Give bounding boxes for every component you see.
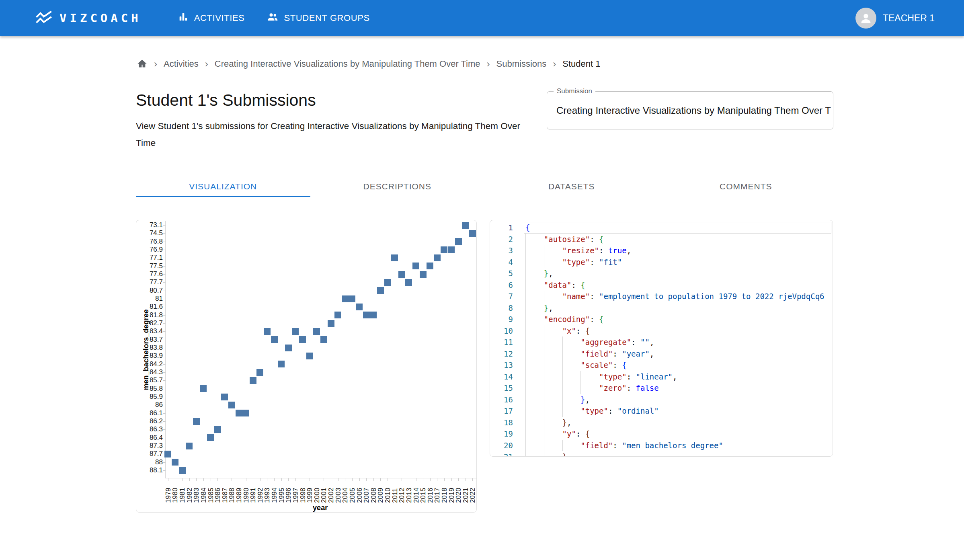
line-number: 16 (490, 394, 513, 406)
chart-point (427, 263, 433, 269)
x-axis-tick (267, 478, 267, 481)
code-token-b1: { (580, 281, 585, 289)
y-axis-tick (163, 282, 166, 283)
submission-select[interactable]: Submission Creating Interactive Visualiz… (547, 91, 833, 129)
code-token-punc: , (585, 395, 590, 404)
line-number: 1 (490, 222, 513, 234)
indent-guide (580, 382, 599, 394)
chart-point (412, 263, 419, 269)
code-token-punc: : (590, 258, 599, 267)
breadcrumb-link-submissions[interactable]: Submissions (496, 59, 547, 69)
tab-visualization[interactable]: VISUALIZATION (136, 176, 310, 197)
indent-guide (525, 268, 544, 279)
indent-guide (544, 336, 562, 348)
code-editor[interactable]: 1{2 "autosize": {3 "resize": true,4 "typ… (490, 220, 833, 456)
nav-item-student-groups[interactable]: STUDENT GROUPS (267, 11, 369, 25)
code-token-key: "y" (562, 429, 576, 438)
indent-guide (525, 405, 544, 417)
chart-point (221, 394, 228, 400)
people-group-icon (267, 11, 279, 25)
chart-point (164, 451, 171, 457)
code-token-key: "type" (599, 372, 627, 381)
code-token-key: "x" (562, 326, 576, 335)
y-axis-label: 87.7 (139, 450, 163, 458)
x-axis-tick (331, 478, 331, 481)
line-number: 21 (490, 451, 513, 457)
chart-point (292, 328, 299, 335)
active-tab-indicator (136, 196, 310, 197)
line-number: 20 (490, 440, 513, 451)
line-number: 15 (490, 382, 513, 394)
code-token-bool: true (608, 246, 627, 255)
chart-point (200, 385, 207, 392)
nav-item-activities[interactable]: ACTIVITIES (178, 11, 245, 25)
code-token-punc: : (613, 349, 622, 358)
code-token-b0: } (580, 395, 585, 404)
brand[interactable]: VIZCOACH (35, 10, 142, 26)
vega-spec-editor-card: 1{2 "autosize": {3 "resize": true,4 "typ… (490, 220, 833, 457)
code-line: 14 "type": "linear", (490, 371, 833, 383)
y-axis-label: 77.7 (139, 278, 163, 286)
code-token-b1: } (544, 304, 548, 312)
y-axis-label: 73.1 (139, 221, 163, 229)
indent-guide (525, 428, 544, 440)
x-axis-tick (366, 478, 367, 481)
code-line: 3 "resize": true, (490, 245, 833, 256)
y-axis-tick (163, 291, 166, 291)
x-axis-tick (168, 478, 168, 481)
indent-guide (544, 417, 562, 429)
y-axis-tick (163, 323, 166, 324)
chart-point (207, 434, 214, 441)
breadcrumb-link-activities[interactable]: Activities (164, 59, 199, 69)
code-line: 11 "aggregate": "", (490, 336, 833, 348)
y-axis-tick (163, 250, 166, 250)
x-axis-tick (239, 478, 239, 481)
y-axis-tick (163, 372, 166, 373)
x-axis-tick (203, 478, 204, 481)
code-line: 1{ (490, 222, 833, 234)
tab-datasets[interactable]: DATASETS (484, 176, 659, 197)
line-number: 19 (490, 428, 513, 440)
code-token-punc: : (571, 281, 580, 289)
line-number: 9 (490, 314, 513, 325)
indent-guide (525, 440, 544, 451)
tab-comments[interactable]: COMMENTS (659, 176, 833, 197)
chart-point (469, 230, 476, 237)
home-icon[interactable] (137, 58, 148, 69)
nav-item-label: ACTIVITIES (194, 13, 245, 23)
code-token-punc: , (567, 418, 571, 427)
code-line: 15 "zero": false (490, 382, 833, 394)
code-token-str: "men_bachelors_degree" (622, 441, 723, 450)
x-axis-tick (338, 478, 338, 481)
y-axis-tick (163, 233, 166, 234)
indent-guide (525, 394, 544, 406)
breadcrumb-current: Student 1 (562, 59, 600, 69)
indent-guide (525, 417, 544, 429)
breadcrumb-link-activity[interactable]: Creating Interactive Visualizations by M… (215, 59, 480, 69)
x-axis-label: 2013 (405, 488, 413, 503)
code-line: 17 "type": "ordinal" (490, 405, 833, 417)
x-axis-tick (196, 478, 197, 481)
x-axis-tick (295, 478, 296, 481)
y-axis-label: 76.8 (139, 238, 163, 246)
x-axis-tick (260, 478, 260, 481)
code-token-key: "data" (544, 281, 572, 289)
y-axis-tick (163, 331, 166, 332)
indent-guide (544, 291, 562, 302)
code-token-punc: : (576, 326, 585, 335)
code-token-str: "fit" (599, 258, 622, 267)
code-token-b0: { (525, 223, 530, 232)
code-token-punc: : (613, 441, 622, 450)
indent-guide (525, 371, 544, 383)
code-token-punc: : (627, 384, 636, 392)
y-axis-title: men_bachelors_degree (142, 309, 150, 390)
code-token-b2: } (562, 418, 567, 427)
tab-descriptions[interactable]: DESCRIPTIONS (310, 176, 485, 197)
user-menu[interactable]: TEACHER 1 (855, 8, 935, 29)
x-axis-tick (303, 478, 303, 481)
line-number: 4 (490, 256, 513, 268)
y-axis-tick (163, 413, 166, 414)
x-axis-tick (253, 478, 253, 481)
y-axis-tick (163, 299, 166, 299)
code-token-key: "autosize" (544, 235, 590, 244)
